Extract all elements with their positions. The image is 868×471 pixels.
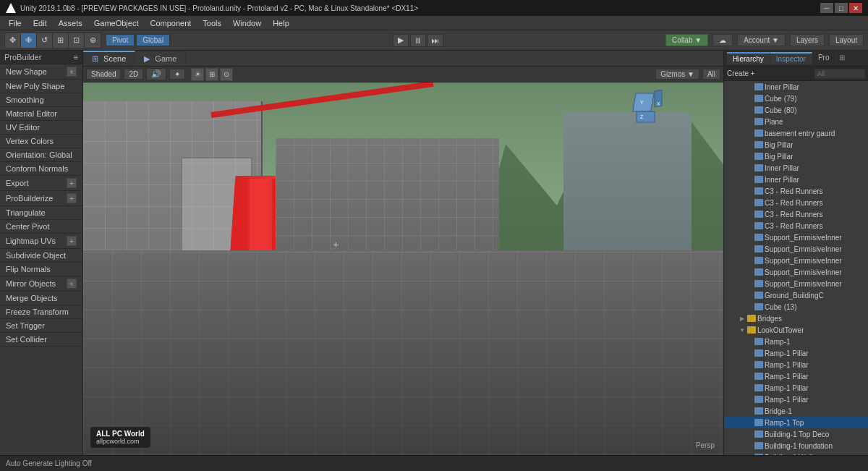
pb-item-16[interactable]: Merge Objects: [0, 292, 82, 305]
tree-item-0[interactable]: Inner Pillar: [724, 81, 868, 93]
pb-item-2[interactable]: Smoothing: [0, 93, 82, 107]
scene-fx-button[interactable]: ☀: [191, 68, 204, 81]
menu-tools[interactable]: Tools: [197, 17, 227, 29]
menu-edit[interactable]: Edit: [27, 17, 53, 29]
tree-item-24[interactable]: Ramp-1 Pillar: [724, 359, 868, 370]
tree-item-15[interactable]: Support_EmmisiveInner: [724, 255, 868, 266]
step-button[interactable]: ⏭: [427, 34, 443, 47]
scene-nav-button[interactable]: ⊙: [220, 68, 233, 81]
audio-icon[interactable]: 🔊: [146, 68, 166, 80]
pb-item-11[interactable]: Center Pivot: [0, 220, 82, 234]
tab-expand-icon[interactable]: ⊞: [836, 52, 848, 64]
shaded-dropdown-button[interactable]: Shaded: [86, 69, 121, 80]
tree-item-21[interactable]: ▼LookOutTower: [724, 324, 868, 336]
pb-add-btn-15[interactable]: +: [67, 279, 77, 289]
create-button[interactable]: Create +: [727, 69, 755, 77]
tree-item-18[interactable]: Ground_BuildingC: [724, 289, 868, 301]
all-button[interactable]: All: [702, 69, 720, 80]
close-button[interactable]: ✕: [849, 3, 862, 13]
tab-scene[interactable]: ⊞ Scene: [83, 51, 135, 66]
tree-item-19[interactable]: Cube (13): [724, 301, 868, 313]
scene-grid-button[interactable]: ⊞: [205, 68, 218, 81]
play-button[interactable]: ▶: [393, 34, 409, 47]
layers-button[interactable]: Layers: [790, 34, 825, 46]
cloud-button[interactable]: ☁: [712, 34, 733, 46]
tree-item-29[interactable]: Ramp-1 Top: [724, 417, 868, 428]
pb-item-4[interactable]: UV Editor: [0, 121, 82, 135]
move-tool-button[interactable]: ✙: [21, 33, 37, 48]
tree-arrow-21[interactable]: ▼: [739, 327, 746, 334]
tab-pro[interactable]: Pro: [812, 52, 836, 64]
tree-item-13[interactable]: Support_EmmisiveInner: [724, 232, 868, 243]
collab-button[interactable]: Collab ▼: [665, 34, 708, 46]
pb-item-6[interactable]: Orientation: Global: [0, 148, 82, 162]
pb-item-5[interactable]: Vertex Colors: [0, 135, 82, 148]
tree-item-20[interactable]: ▶Bridges: [724, 313, 868, 324]
tree-item-31[interactable]: Building-1 foundation: [724, 440, 868, 451]
tree-item-23[interactable]: Ramp-1 Pillar: [724, 347, 868, 359]
pb-add-btn-0[interactable]: +: [67, 67, 77, 77]
account-button[interactable]: Account ▼: [737, 34, 786, 46]
tree-item-22[interactable]: Ramp-1: [724, 336, 868, 347]
pb-item-17[interactable]: Freeze Transform: [0, 305, 82, 319]
pb-add-btn-9[interactable]: +: [67, 193, 77, 203]
pb-item-19[interactable]: Set Collider: [0, 333, 82, 347]
pb-add-btn-8[interactable]: +: [67, 178, 77, 188]
pb-item-13[interactable]: Subdivide Object: [0, 249, 82, 263]
tab-inspector-right[interactable]: Inspector: [770, 52, 812, 64]
pause-button[interactable]: ⏸: [410, 34, 426, 47]
effects-icon[interactable]: ✦: [169, 69, 185, 80]
tree-item-25[interactable]: Ramp-1 Pillar: [724, 370, 868, 382]
menu-file[interactable]: File: [3, 17, 27, 29]
rotate-tool-button[interactable]: ↺: [37, 33, 53, 48]
viewport[interactable]: Y X Z Persp ALL PC World al: [83, 82, 723, 455]
tree-item-30[interactable]: Building-1 Top Deco: [724, 428, 868, 440]
tree-item-27[interactable]: Ramp-1 Pillar: [724, 394, 868, 405]
pb-item-18[interactable]: Set Trigger: [0, 319, 82, 333]
tab-game[interactable]: ▶ Game: [135, 51, 186, 66]
tree-item-26[interactable]: Ramp-1 Pillar: [724, 382, 868, 394]
2d-button[interactable]: 2D: [124, 69, 143, 80]
hand-tool-button[interactable]: ✥: [5, 33, 21, 48]
tree-item-9[interactable]: C3 - Red Runners: [724, 185, 868, 197]
menu-window[interactable]: Window: [227, 17, 267, 29]
scale-tool-button[interactable]: ⊞: [53, 33, 69, 48]
tree-item-28[interactable]: Bridge-1: [724, 405, 868, 417]
gizmos-button[interactable]: Gizmos ▼: [655, 69, 699, 80]
rect-tool-button[interactable]: ⊡: [69, 33, 85, 48]
menu-assets[interactable]: Assets: [53, 17, 88, 29]
tree-item-10[interactable]: C3 - Red Runners: [724, 197, 868, 208]
layout-button[interactable]: Layout: [829, 34, 864, 46]
tree-item-14[interactable]: Support_EmmisiveInner: [724, 243, 868, 255]
hierarchy-search-input[interactable]: [814, 69, 865, 79]
tree-item-17[interactable]: Support_EmmisiveInner: [724, 278, 868, 289]
pb-item-12[interactable]: Lightmap UVs+: [0, 234, 82, 249]
tree-item-12[interactable]: C3 - Red Runners: [724, 220, 868, 232]
tree-item-4[interactable]: basement entry gaurd: [724, 127, 868, 139]
pb-item-10[interactable]: Triangulate: [0, 206, 82, 220]
tree-item-11[interactable]: C3 - Red Runners: [724, 208, 868, 220]
tree-arrow-20[interactable]: ▶: [739, 315, 746, 322]
menu-gameobject[interactable]: GameObject: [88, 17, 145, 29]
maximize-button[interactable]: □: [835, 3, 848, 13]
menu-component[interactable]: Component: [144, 17, 197, 29]
pb-item-14[interactable]: Flip Normals: [0, 263, 82, 276]
tree-item-2[interactable]: Cube (80): [724, 104, 868, 116]
tree-item-8[interactable]: Inner Pillar: [724, 174, 868, 185]
pb-item-8[interactable]: Export+: [0, 176, 82, 191]
probuilder-collapse-icon[interactable]: ≡: [74, 53, 78, 61]
global-button[interactable]: Global: [136, 34, 170, 46]
tree-item-16[interactable]: Support_EmmisiveInner: [724, 266, 868, 278]
tree-item-32[interactable]: Building-1 Walls: [724, 451, 868, 455]
multi-tool-button[interactable]: ⊕: [85, 33, 101, 48]
tree-item-1[interactable]: Cube (79): [724, 93, 868, 104]
pb-add-btn-12[interactable]: +: [67, 236, 77, 246]
tree-item-3[interactable]: Plane: [724, 116, 868, 127]
pb-item-9[interactable]: ProBuilderize+: [0, 191, 82, 206]
pb-item-3[interactable]: Material Editor: [0, 107, 82, 121]
pb-item-0[interactable]: New Shape+: [0, 64, 82, 80]
tree-item-6[interactable]: Big Pillar: [724, 150, 868, 162]
tree-item-7[interactable]: Inner Pillar: [724, 162, 868, 174]
pb-item-1[interactable]: New Poly Shape: [0, 80, 82, 93]
pb-item-15[interactable]: Mirror Objects+: [0, 276, 82, 292]
